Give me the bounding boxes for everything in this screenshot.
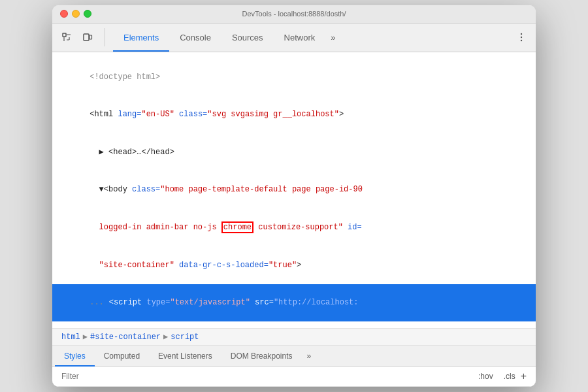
devtools-menu-button[interactable] — [512, 28, 531, 46]
svg-rect-1 — [84, 34, 89, 41]
tab-elements[interactable]: Elements — [113, 23, 169, 52]
element-picker-icon[interactable] — [57, 28, 76, 46]
toolbar-right — [512, 28, 531, 46]
svg-point-4 — [521, 37, 522, 38]
filter-bar: :hov .cls + — [52, 367, 536, 387]
title-bar: DevTools - localhost:8888/dosth/ — [52, 5, 536, 24]
cls-button[interactable]: .cls — [504, 372, 515, 381]
minimize-button[interactable] — [72, 10, 80, 18]
window-title: DevTools - localhost:8888/dosth/ — [242, 10, 346, 18]
close-button[interactable] — [60, 10, 68, 18]
btab-styles[interactable]: Styles — [55, 346, 95, 367]
svg-point-3 — [521, 33, 522, 35]
code-line-head: ▶ <head>…</head> — [61, 134, 527, 172]
filter-actions: :hov .cls + — [478, 370, 527, 382]
svg-rect-0 — [63, 33, 66, 37]
device-toggle-icon[interactable] — [78, 28, 97, 46]
filter-input[interactable] — [61, 372, 473, 381]
btab-more-icon[interactable]: » — [301, 351, 316, 361]
breadcrumb-script[interactable]: script — [171, 333, 199, 342]
inspector-tabs: Styles Computed Event Listeners DOM Brea… — [52, 346, 536, 367]
hov-button[interactable]: :hov — [478, 372, 493, 381]
code-line-html: <html lang="en-US" class="svg svgasimg g… — [61, 96, 527, 134]
breadcrumb-html[interactable]: html — [61, 333, 80, 342]
btab-event-listeners[interactable]: Event Listeners — [149, 346, 221, 367]
tab-sources[interactable]: Sources — [221, 23, 274, 52]
devtools-window: DevTools - localhost:8888/dosth/ Elem — [52, 5, 536, 387]
btab-computed[interactable]: Computed — [95, 346, 149, 367]
tab-console[interactable]: Console — [169, 23, 221, 52]
breadcrumb-site-container[interactable]: #site-container — [90, 333, 161, 342]
code-line-doctype: <!doctype html> — [61, 59, 527, 97]
svg-point-5 — [521, 40, 522, 41]
dom-code-panel: <!doctype html> <html lang="en-US" class… — [52, 52, 536, 329]
tab-network[interactable]: Network — [274, 23, 326, 52]
devtools-toolbar: Elements Console Sources Network » — [52, 24, 536, 52]
main-tabs: Elements Console Sources Network » — [113, 24, 341, 52]
tab-more-icon[interactable]: » — [325, 33, 340, 42]
maximize-button[interactable] — [84, 10, 91, 18]
svg-rect-2 — [90, 35, 92, 39]
code-line-body-classes: logged-in admin-bar no-js chrome customi… — [61, 209, 527, 247]
btab-dom-breakpoints[interactable]: DOM Breakpoints — [221, 346, 302, 367]
code-line-body: ▼<body class="home page-template-default… — [61, 171, 527, 209]
breadcrumb-bar: html ▶ #site-container ▶ script — [52, 329, 536, 346]
code-line-script[interactable]: ...<script type="text/javascript" src="h… — [52, 284, 536, 322]
traffic-lights — [60, 10, 91, 18]
code-line-site-container: "site-container" data-gr-c-s-loaded="tru… — [61, 246, 527, 284]
toolbar-icon-group — [57, 28, 105, 46]
add-style-button[interactable]: + — [521, 370, 527, 382]
